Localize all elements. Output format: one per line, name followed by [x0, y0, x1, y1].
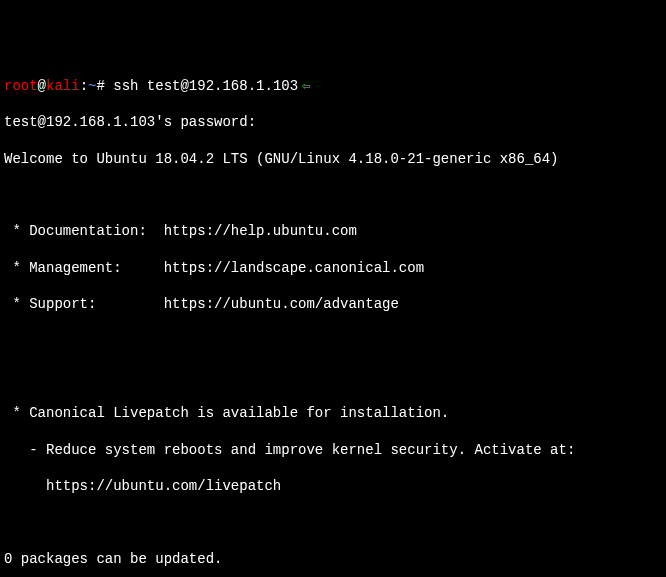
- prompt-space: [105, 78, 113, 94]
- output-line: https://ubuntu.com/livepatch: [4, 477, 662, 495]
- output-line: [4, 368, 662, 386]
- output-line: Welcome to Ubuntu 18.04.2 LTS (GNU/Linux…: [4, 150, 662, 168]
- prompt-hash: #: [96, 78, 104, 94]
- output-line: test@192.168.1.103's password:: [4, 113, 662, 131]
- output-line: [4, 331, 662, 349]
- output-line: [4, 513, 662, 531]
- output-line: * Support: https://ubuntu.com/advantage: [4, 295, 662, 313]
- arrow-icon: ⇦: [302, 77, 310, 95]
- prompt-user: root: [4, 78, 38, 94]
- output-line: [4, 186, 662, 204]
- command-1: ssh test@192.168.1.103: [113, 78, 298, 94]
- prompt-sep: :: [80, 78, 88, 94]
- output-line: * Management: https://landscape.canonica…: [4, 259, 662, 277]
- output-line: * Documentation: https://help.ubuntu.com: [4, 222, 662, 240]
- prompt-at: @: [38, 78, 46, 94]
- prompt-line-1[interactable]: root@kali:~# ssh test@192.168.1.103⇦: [4, 77, 662, 95]
- output-line: * Canonical Livepatch is available for i…: [4, 404, 662, 422]
- prompt-host: kali: [46, 78, 80, 94]
- output-line: 0 packages can be updated.: [4, 550, 662, 568]
- output-line: - Reduce system reboots and improve kern…: [4, 441, 662, 459]
